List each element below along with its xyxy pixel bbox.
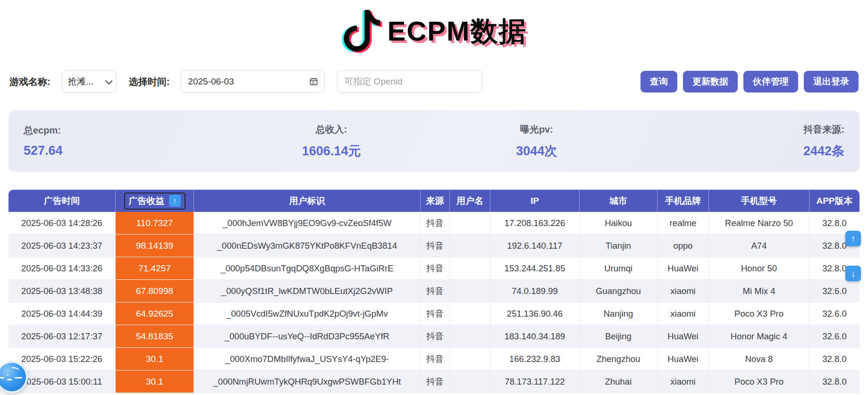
table-cell: HuaWei xyxy=(657,348,709,370)
table-row: 2025-06-03 14:28:26110.7327_000hJemVW8BY… xyxy=(8,212,860,235)
table-cell: Zhuhai xyxy=(580,370,657,393)
table-cell xyxy=(450,325,490,347)
table-cell: _000Xmo7DMbIlfyfwaJ_USYsY4-qYp2E9- xyxy=(194,348,421,370)
table-cell: _000uBYDF--usYeQ--IdRdD3Pc955AeYfR xyxy=(194,325,421,347)
table-cell xyxy=(450,370,490,393)
stat-label: 曝光pv: xyxy=(520,123,553,136)
table-cell: 192.6.140.117 xyxy=(490,235,580,257)
col-header-source: 来源 xyxy=(421,190,450,212)
table-cell: 166.232.9.83 xyxy=(490,348,580,370)
revenue-sort-control[interactable]: 广告收益 ↑ xyxy=(124,193,185,210)
chevron-down-icon xyxy=(105,77,113,84)
table-cell: Urumqi xyxy=(580,257,657,279)
table-cell: 67.80998 xyxy=(116,280,194,302)
table-cell: 32.6.0 xyxy=(809,325,860,347)
table-row: 2025-06-03 14:33:2671.4257_000p54DBsunTg… xyxy=(8,257,860,280)
table-cell: oppo xyxy=(657,235,709,257)
table-cell: 153.244.251.85 xyxy=(490,257,580,279)
table-cell: Nova 8 xyxy=(709,348,809,370)
table-cell: xiaomi xyxy=(657,280,709,302)
game-select-value: 抢滩... xyxy=(68,76,93,88)
table-cell: 74.0.189.99 xyxy=(490,280,580,302)
arrow-up-icon: ↑ xyxy=(851,233,856,244)
table-row: 2025-06-03 15:00:1130.1_000NmjRUwmTykQHR… xyxy=(8,370,860,393)
table-cell: 抖音 xyxy=(421,325,450,347)
stat-exposure-pv: 曝光pv: 3044次 xyxy=(434,123,640,160)
table-cell: 32.8.0 xyxy=(809,348,860,370)
table-cell: _0005VcdI5wZfNUxuTpdK2pOj9vt-jGpMv xyxy=(194,303,421,325)
table-cell: 2025-06-03 14:28:26 xyxy=(8,212,116,234)
game-name-label: 游戏名称: xyxy=(9,76,51,88)
table-cell: 2025-06-03 14:44:39 xyxy=(8,303,116,325)
table-row: 2025-06-03 15:22:2630.1_000Xmo7DMbIlfyfw… xyxy=(8,348,860,370)
table-cell: 54.81835 xyxy=(116,325,194,347)
game-select[interactable]: 抢滩... xyxy=(62,70,117,93)
table-cell: Haikou xyxy=(580,212,657,234)
page: ECPM数据 游戏名称: 抢滩... 选择时间: 查询 更新数据 xyxy=(0,0,868,395)
update-data-button[interactable]: 更新数据 xyxy=(683,71,738,92)
table-row: 2025-06-03 13:48:3867.80998_000yQSf1tR_l… xyxy=(8,280,860,303)
calendar-icon[interactable] xyxy=(309,77,318,88)
time-label: 选择时间: xyxy=(129,76,170,88)
table-cell xyxy=(450,235,490,257)
sort-up-icon[interactable]: ↑ xyxy=(169,195,181,207)
table-cell: 2025-06-03 12:17:37 xyxy=(8,325,116,347)
openid-input[interactable] xyxy=(337,70,482,93)
table-cell: Poco X3 Pro xyxy=(709,370,809,393)
header: ECPM数据 xyxy=(0,0,868,56)
table-cell: 抖音 xyxy=(421,348,450,370)
table-row: 2025-06-03 14:44:3964.92625_0005VcdI5wZf… xyxy=(8,303,860,325)
stat-value: 1606.14元 xyxy=(302,143,361,160)
date-picker xyxy=(181,70,325,93)
partner-manage-button[interactable]: 伙伴管理 xyxy=(743,71,798,92)
col-header-username: 用户名 xyxy=(450,190,490,212)
table-cell: 抖音 xyxy=(421,212,450,234)
table-cell xyxy=(450,257,490,279)
stat-douyin-source: 抖音来源: 2442条 xyxy=(639,123,860,160)
tiktok-logo-icon xyxy=(341,6,383,57)
table-cell: 抖音 xyxy=(421,257,450,279)
stat-total-income: 总收入: 1606.14元 xyxy=(229,123,434,160)
table-cell: 251.136.90.46 xyxy=(490,303,580,325)
table-cell: Poco X3 Pro xyxy=(709,303,809,325)
table-cell: 78.173.117.122 xyxy=(490,370,580,393)
stats-bar: 总ecpm: 527.64 总收入: 1606.14元 曝光pv: 3044次 … xyxy=(8,110,860,172)
col-header-openid: 用户标识 xyxy=(194,190,421,212)
orb-shine xyxy=(10,366,20,372)
table-cell: Nanjing xyxy=(580,303,657,325)
table-cell: Honor Magic 4 xyxy=(709,325,809,347)
scroll-top-button[interactable]: ↑ xyxy=(845,231,861,246)
table-cell: A74 xyxy=(709,235,809,257)
table-cell: 抖音 xyxy=(421,303,450,325)
table-cell: realme xyxy=(657,212,709,234)
page-title: ECPM数据 xyxy=(388,13,527,50)
stat-total-ecpm: 总ecpm: 527.64 xyxy=(8,124,229,158)
table-cell: 32.6.0 xyxy=(809,303,860,325)
col-header-app-version: APP版本 xyxy=(809,190,860,212)
table-cell: 30.1 xyxy=(116,370,194,393)
table-cell: _000yQSf1tR_lwKDMTW0bLEutXj2G2vWIP xyxy=(194,280,421,302)
stat-value: 527.64 xyxy=(24,143,63,158)
stat-value: 2442条 xyxy=(803,143,844,160)
table-cell: 2025-06-03 13:48:38 xyxy=(8,280,116,302)
date-input[interactable] xyxy=(181,70,325,93)
table-cell: 抖音 xyxy=(421,235,450,257)
table-cell: 17.208.163.226 xyxy=(490,212,580,234)
table-cell: _000hJemVW8BYjj9EO9Gv9-cvZeoSf4f5W xyxy=(194,212,421,234)
logout-button[interactable]: 退出登录 xyxy=(804,71,859,92)
table-cell: 32.8.0 xyxy=(809,370,860,393)
col-header-model: 手机型号 xyxy=(709,190,809,212)
table-cell: _000nEDsWy3mGK875YKtPo8KFVnEqB3814 xyxy=(194,235,421,257)
table-cell xyxy=(450,212,490,234)
ecpm-table: 广告时间 广告收益 ↑ 用户标识 来源 用户名 IP 城市 手机品牌 手机型号 … xyxy=(8,190,860,393)
scroll-bottom-button[interactable]: ↓ xyxy=(845,266,861,281)
col-header-city: 城市 xyxy=(580,190,657,212)
arrow-down-icon: ↓ xyxy=(851,268,856,279)
query-button[interactable]: 查询 xyxy=(640,71,677,92)
table-cell: 抖音 xyxy=(421,280,450,302)
table-cell: 2025-06-03 14:33:26 xyxy=(8,257,116,279)
stat-value: 3044次 xyxy=(516,143,557,160)
table-cell: Realme Narzo 50 xyxy=(709,212,809,234)
col-header-label: 广告收益 xyxy=(129,195,165,207)
table-cell: 98.14139 xyxy=(116,235,194,257)
